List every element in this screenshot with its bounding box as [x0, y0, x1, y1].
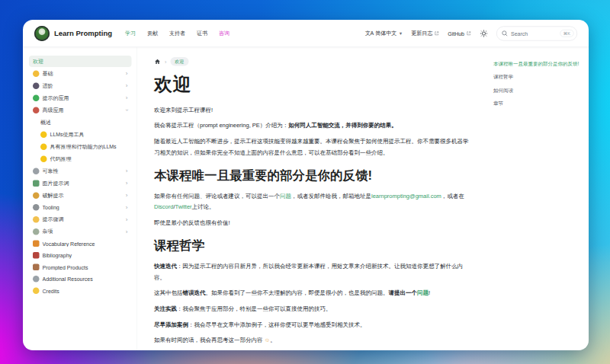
- external-link-icon: [435, 31, 440, 37]
- text: 如果有时间的话，我会再思考这一部分内容: [154, 337, 265, 343]
- paragraph: 快速迭代：因为提示工程的内容日新月异，所以我会经常更新本课程，用短文章来介绍新技…: [154, 260, 472, 283]
- navbar-link-contribute[interactable]: 贡献: [147, 30, 158, 37]
- sidebar-item-label: Prompted Products: [43, 264, 128, 270]
- table-of-contents: 本课程唯一且最重要的部分是你的反馈!课程哲学如何阅读章节: [485, 47, 589, 350]
- section-heading: 课程哲学: [154, 237, 472, 254]
- paragraph: 我会将提示工程（prompt engineering, PE）介绍为：如何同人工…: [154, 120, 472, 131]
- sidebar-item-prompt-hacking[interactable]: 破解提示›: [29, 190, 132, 201]
- locale-label: 简体中文: [375, 30, 396, 37]
- sidebar-item-reliability[interactable]: 可靠性›: [29, 165, 132, 177]
- sidebar-item-advanced-applications[interactable]: 高级应用›: [29, 104, 132, 116]
- smiley-emoji-icon: ☺: [265, 337, 271, 343]
- toc-link-how-to-read[interactable]: 如何阅读: [493, 87, 582, 94]
- sidebar-item-llms-using-tools[interactable]: LLMs使用工具: [37, 129, 132, 140]
- sidebar-item-label: 破解提示: [43, 192, 123, 199]
- toc-link-philosophy[interactable]: 课程哲学: [493, 73, 582, 80]
- text: 。如果你看到了一些你不太理解的内容，即便是很小的，也是我的问题。: [206, 289, 389, 296]
- github-link[interactable]: GitHub: [448, 30, 471, 37]
- brand-link[interactable]: Learn Prompting: [34, 26, 112, 41]
- changelog-label: 更新日志: [411, 30, 432, 37]
- sparkles-icon: [33, 288, 40, 295]
- chevron-right-icon: ›: [126, 204, 128, 210]
- picture-icon: [33, 180, 40, 187]
- paragraph: 如果你有任何问题、评论或者建议，可以提出一个问题，或者发邮件给我，邮箱地址是le…: [154, 190, 472, 212]
- sidebar-item-welcome[interactable]: 欢迎: [29, 56, 132, 67]
- locale-dropdown[interactable]: 文A 简体中文 ▼: [365, 30, 403, 37]
- text: ：我会尽早在文章中添加例子，这样你便可以更早地感受到相关技术。: [188, 321, 366, 327]
- text: ，或者发邮件给我，邮箱地址是: [291, 193, 371, 200]
- sidebar-item-label: 概述: [40, 119, 128, 126]
- theme-toggle-sun-icon[interactable]: [480, 29, 488, 37]
- paragraph: 如果有时间的话，我会再思考这一部分内容 ☺。: [154, 334, 472, 346]
- text: !: [429, 289, 430, 296]
- text: 欢迎来到提示工程课程!: [154, 107, 213, 113]
- changelog-link[interactable]: 更新日志: [411, 30, 439, 37]
- app-window: Learn Prompting 学习贡献支持者证书咨询 文A 简体中文 ▼ 更新…: [23, 20, 589, 350]
- paragraph: 随着最近人工智能的不断进步，提示工程这项技能变得越来越重要。本课程会聚焦于如何使…: [154, 136, 472, 158]
- sidebar-item-label: 进阶: [43, 82, 123, 89]
- sidebar-item-overview[interactable]: 概述: [37, 117, 132, 128]
- translate-icon: 文A: [365, 30, 374, 37]
- sidebar-item-label: Credits: [43, 288, 128, 294]
- chevron-right-icon: ›: [126, 95, 128, 101]
- book-icon: [33, 241, 40, 247]
- hammer-icon: [33, 204, 40, 211]
- die-icon: [33, 228, 40, 235]
- navbar-link-supporters[interactable]: 支持者: [169, 30, 185, 37]
- sidebar-item-label: 代码推理: [50, 155, 128, 162]
- brand-name: Learn Prompting: [54, 29, 112, 37]
- bold-text: 错误迭代: [183, 289, 206, 296]
- sidebar-item-label: 具有推理和行动能力的LLMs: [50, 143, 128, 150]
- sidebar-item-llms-reason-act[interactable]: 具有推理和行动能力的LLMs: [37, 141, 132, 152]
- inline-link[interactable]: learnprompting@gmail.com: [371, 193, 441, 200]
- sidebar-item-label: 图片提示词: [43, 180, 123, 187]
- external-link-icon: [467, 31, 472, 37]
- text: ，或者在: [441, 193, 464, 200]
- sidebar-item-intermediate[interactable]: 进阶›: [29, 80, 132, 91]
- sidebar-item-miscellaneous[interactable]: 杂项›: [29, 226, 132, 238]
- navbar-link-consulting[interactable]: 咨询: [219, 30, 230, 37]
- sidebar-item-prompt-tuning[interactable]: 提示微调›: [29, 214, 132, 225]
- inline-link[interactable]: 问题: [417, 289, 429, 296]
- chevron-right-icon: ›: [126, 216, 128, 222]
- sidebar-item-tooling[interactable]: Tooling›: [29, 202, 132, 213]
- sidebar-item-basics[interactable]: 基础›: [29, 68, 132, 79]
- breadcrumb: › 欢迎: [154, 57, 472, 66]
- sidebar-item-label: 高级应用: [43, 107, 123, 113]
- lock-icon: [33, 192, 40, 199]
- chevron-right-icon: ›: [126, 83, 128, 89]
- search-input[interactable]: Search ⌘K: [496, 26, 577, 40]
- article-main: › 欢迎 欢迎 欢迎来到提示工程课程!我会将提示工程（prompt engine…: [137, 47, 485, 350]
- page-stage: Learn Prompting 学习贡献支持者证书咨询 文A 简体中文 ▼ 更新…: [0, 0, 610, 364]
- sidebar-item-applied-prompting[interactable]: 提示的应用›: [29, 92, 132, 104]
- sidebar-item-bibliography[interactable]: Bibliography: [29, 250, 132, 261]
- text: ：我会聚焦于应用部分，特别是一些你可以直接使用的技巧。: [177, 305, 332, 312]
- chevron-right-icon: ›: [126, 193, 128, 199]
- navbar: Learn Prompting 学习贡献支持者证书咨询 文A 简体中文 ▼ 更新…: [23, 20, 589, 47]
- sidebar-item-label: 基础: [43, 70, 123, 77]
- sidebar-item-vocabulary-reference[interactable]: Vocabulary Reference: [29, 238, 132, 250]
- inline-link[interactable]: 问题: [280, 193, 291, 200]
- paragraph: 尽早添加案例：我会尽早在文章中添加例子，这样你便可以更早地感受到相关技术。: [154, 318, 472, 330]
- inline-link[interactable]: Twitter: [175, 203, 192, 210]
- bold-text: 请提出一个: [389, 289, 418, 296]
- sidebar-item-prompted-products[interactable]: Prompted Products: [29, 262, 132, 273]
- search-shortcut-badge: ⌘K: [560, 30, 573, 37]
- sidebar-item-label: Vocabulary Reference: [43, 241, 128, 247]
- home-icon[interactable]: [154, 58, 161, 65]
- sidebar-item-image-prompting[interactable]: 图片提示词›: [29, 177, 132, 189]
- toc-link-chapters[interactable]: 章节: [493, 100, 582, 107]
- inline-link[interactable]: Discord: [154, 203, 173, 210]
- sidebar-item-code-reasoning[interactable]: 代码推理: [37, 153, 132, 164]
- package-icon: [33, 264, 40, 271]
- search-placeholder: Search: [511, 30, 557, 37]
- brand-logo-icon: [34, 26, 50, 41]
- breadcrumb-separator-icon: ›: [165, 59, 166, 65]
- sidebar-item-credits[interactable]: Credits: [29, 286, 132, 297]
- chevron-right-icon: ›: [126, 180, 128, 187]
- navbar-link-learn[interactable]: 学习: [125, 30, 136, 37]
- sidebar-item-additional-resources[interactable]: Additional Resources: [29, 273, 132, 285]
- sidebar-item-label: LLMs使用工具: [50, 131, 128, 138]
- toc-link-feedback[interactable]: 本课程唯一且最重要的部分是你的反馈!: [493, 60, 582, 67]
- navbar-link-certificates[interactable]: 证书: [197, 30, 207, 37]
